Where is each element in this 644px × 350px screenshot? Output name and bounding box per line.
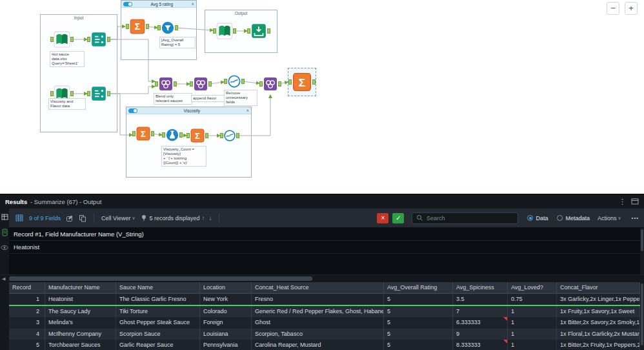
table-cell[interactable]: Torchbearer Sauces <box>45 340 116 350</box>
table-cell[interactable]: Foreign <box>200 317 252 328</box>
table-cell[interactable]: 5 <box>384 317 453 328</box>
table-cell[interactable]: New York <box>200 294 252 305</box>
table-cell[interactable]: The Classic Garlic Fresno <box>116 294 200 305</box>
table-cell[interactable]: Scorpion Sauce <box>116 329 200 340</box>
search-input[interactable] <box>425 214 514 222</box>
table-cell[interactable]: 6.333333 <box>453 317 508 328</box>
output-data-tool[interactable] <box>250 23 267 39</box>
table-cell[interactable]: Scorpion, Tabasco <box>252 329 384 340</box>
column-header[interactable]: Sauce Name <box>116 282 200 294</box>
table-cell[interactable]: 1x Fruity,1x Savory,1x Sweet <box>557 306 640 317</box>
column-header[interactable]: Location <box>200 282 252 294</box>
table-cell[interactable]: The Saucy Lady <box>45 306 116 317</box>
pin-icon[interactable] <box>141 214 147 222</box>
table-cell[interactable]: Ghost Pepper Steak Sauce <box>116 317 200 328</box>
prev-record-button[interactable]: ↑ <box>202 214 205 221</box>
table-cell[interactable]: 1 <box>508 329 557 340</box>
table-cell[interactable]: Pennsylvania <box>200 340 252 350</box>
column-header[interactable]: Concat_Flavor <box>557 282 640 294</box>
summarize-tool[interactable]: Σ <box>190 128 205 143</box>
zoom-out-button[interactable]: − <box>607 2 619 15</box>
table-cell[interactable]: 5 <box>384 340 453 350</box>
table-cell[interactable]: Carolina Reaper, Mustard <box>252 340 384 350</box>
dock-panel-icon[interactable] <box>631 198 639 205</box>
zoom-in-button[interactable]: + <box>625 2 638 15</box>
table-cell[interactable]: 5 <box>9 340 45 350</box>
table-cell[interactable]: 3.5 <box>453 294 508 305</box>
table-cell[interactable]: 1x Bitter,2x Savory,2x Smoky,1x Sw... <box>557 317 640 328</box>
table-cell[interactable]: Louisiana <box>200 329 252 340</box>
edit-icon[interactable] <box>66 214 74 222</box>
table-vertical-scrollbar[interactable] <box>640 282 644 350</box>
collapse-icon[interactable]: ∧ <box>247 108 249 112</box>
scrollbar-handle[interactable] <box>641 283 643 345</box>
select-records-tool[interactable] <box>227 74 241 88</box>
table-cell[interactable]: 3 <box>9 317 45 328</box>
scrollbar-handle[interactable] <box>9 276 312 281</box>
table-cell[interactable]: Fresno <box>252 294 384 305</box>
copy-icon[interactable] <box>79 214 86 222</box>
metadata-radio[interactable]: Metadata <box>557 215 590 221</box>
table-cell[interactable]: 7 <box>453 306 508 317</box>
table-cell[interactable]: 1 <box>508 340 557 350</box>
vertical-scrollbar[interactable] <box>640 228 644 274</box>
cell-info-value[interactable]: Heatonist <box>9 241 640 254</box>
union-tool[interactable] <box>263 76 278 92</box>
fields-selector[interactable]: 9 of 9 Fields <box>29 215 61 221</box>
search-box[interactable] <box>412 212 518 224</box>
column-header[interactable]: Avg_Loved? <box>508 282 557 294</box>
table-cell[interactable]: Tiki Torture <box>116 306 200 317</box>
collapse-icon[interactable]: ∧ <box>192 2 194 6</box>
table-cell[interactable]: Colorado <box>200 306 252 317</box>
table-cell[interactable]: 0.75 <box>508 294 557 305</box>
table-cell[interactable]: Heatonist <box>45 294 116 305</box>
table-cell[interactable]: 9 <box>453 329 508 340</box>
input-data-tool[interactable] <box>54 31 70 48</box>
table-cell[interactable]: 5 <box>384 294 453 305</box>
table-cell[interactable]: Garlic Reaper Sauce <box>116 340 200 350</box>
table-cell[interactable]: 1 <box>9 294 45 305</box>
container-viscosity[interactable]: Viscosity ∧ <box>126 107 252 178</box>
table-cell[interactable]: Generic Red / Red Pepper Flakes, Ghost, … <box>252 306 384 317</box>
select-tool[interactable] <box>90 31 107 48</box>
table-cell[interactable]: 1x Floral,1x Garlicky,2x Mustard,1x... <box>557 329 640 340</box>
table-cell[interactable]: McIlhenny Company <box>45 329 116 340</box>
workflow-canvas[interactable]: Input Avg 5 rating ∧ Output Viscosity ∧ <box>0 0 644 194</box>
table-cell[interactable]: Ghost <box>252 317 384 328</box>
table-cell[interactable]: 1 <box>508 306 557 317</box>
formula-tool[interactable] <box>165 128 179 142</box>
horizontal-scrollbar[interactable]: ◀ <box>0 274 644 282</box>
more-options-button[interactable]: ••• <box>632 215 639 221</box>
grid-icon[interactable] <box>15 214 23 221</box>
results-grid-icon[interactable] <box>1 214 8 220</box>
next-record-button[interactable]: ↓ <box>209 214 212 221</box>
kebab-menu-icon[interactable]: ⋮ <box>615 198 630 206</box>
scroll-left-button[interactable]: ◀ <box>2 276 5 282</box>
eye-icon[interactable] <box>1 245 8 251</box>
summarize-tool-selected[interactable]: Σ <box>292 72 312 92</box>
column-header[interactable]: Avg_Overall Rating <box>384 282 453 294</box>
table-cell[interactable]: 5 <box>384 329 453 340</box>
actions-dropdown[interactable]: Actions∨ <box>598 215 621 221</box>
column-header[interactable]: Avg_Spiciness <box>453 282 508 294</box>
table-cell[interactable]: 1x Bitter,2x Fruity,1x Peppers,2x S... <box>557 340 640 350</box>
table-cell[interactable]: 3x Garlicky,2x Linger,1x Peppers,1... <box>557 294 640 305</box>
table-cell[interactable]: 2 <box>9 306 45 317</box>
apply-button[interactable]: ✓ <box>392 213 404 223</box>
data-radio[interactable]: Data <box>527 215 548 221</box>
join-tool[interactable] <box>193 76 208 92</box>
table-cell[interactable]: Melinda's <box>45 317 116 328</box>
container-toggle-icon[interactable] <box>128 108 137 113</box>
table-cell[interactable]: 4 <box>9 329 45 340</box>
column-header[interactable]: Concat_Heat Source <box>252 282 384 294</box>
table-cell[interactable]: 1 <box>508 317 557 328</box>
summarize-tool[interactable]: Σ <box>136 126 151 141</box>
scrollbar-handle[interactable] <box>641 229 643 251</box>
column-header[interactable]: Manufacturer Name <box>45 282 116 294</box>
table-cell[interactable]: 5 <box>384 306 453 317</box>
select-tool[interactable] <box>90 85 107 102</box>
input-data-tool[interactable] <box>216 23 233 39</box>
filter-tool[interactable] <box>161 21 175 35</box>
column-header[interactable]: Record <box>9 282 45 294</box>
summarize-tool[interactable]: Σ <box>129 18 146 35</box>
